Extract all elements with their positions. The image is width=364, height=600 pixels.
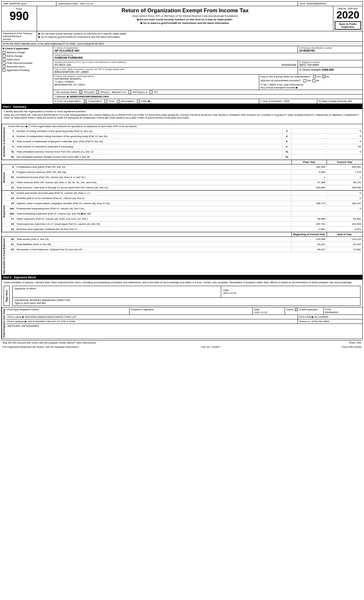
row-line-num2: 7a — [282, 150, 291, 154]
gov-line-7b: 7b Net unrelated business taxable income… — [6, 155, 362, 160]
checkbox-501c3[interactable] — [79, 91, 82, 94]
exp-row-label: Benefits paid to or for members (Part IX… — [15, 196, 291, 200]
website-label: J Website: ▶ — [54, 95, 69, 98]
row-num: 7a — [6, 150, 15, 154]
na-row-label: Net assets or fund balances. Subtract li… — [15, 247, 291, 252]
checkbox-yes-hb[interactable] — [303, 79, 306, 82]
row-line-num2: 7b — [282, 155, 291, 159]
part2-title: Signature Block — [14, 276, 36, 279]
checkbox-final-return[interactable] — [3, 62, 5, 65]
preparer-sig-value — [131, 311, 251, 314]
label-initial-return: Initial return — [6, 58, 20, 61]
checkbox-527[interactable] — [150, 91, 152, 94]
preparer-ptin-label: PTIN — [325, 308, 361, 311]
check-application-pending[interactable]: Application Pending — [3, 69, 52, 72]
exp-row-label: Total expenses. Add lines 13–17 (must eq… — [15, 222, 291, 226]
website-url: WWW.FANDOMFORWARD.ORG — [70, 95, 109, 98]
check-name-change[interactable]: Name change — [3, 55, 52, 57]
rev-row-current: 7,125 — [327, 170, 362, 174]
form-subtitle3: ▶ Go to www.irs.gov/Form990 for instruct… — [38, 22, 332, 25]
dept-row: Department of the Treasury Internal Reve… — [1, 31, 363, 42]
checkbox-other[interactable] — [137, 100, 140, 103]
website-row: J Website: ▶ WWW.FANDOMFORWARD.ORG — [53, 95, 362, 99]
signature-text: Under penalties of perjury, I declare th… — [4, 281, 360, 284]
exp-row-prior: 208,773 — [291, 201, 327, 205]
revenue-line-9: 9 Program service revenue (Part VIII, li… — [6, 170, 362, 175]
exp-row-label: Revenue less expenses. Subtract line 18 … — [15, 227, 291, 231]
form-title: Return of Organization Exempt From Incom… — [38, 7, 332, 14]
expense-line-13: 13 Grants and similar amounts paid (Part… — [6, 191, 362, 196]
checkbox-corp[interactable] — [84, 100, 87, 103]
revenue-line-11: 11 Other revenue (Part VIII, column (A),… — [6, 180, 362, 185]
check-amended-return[interactable]: Amended return — [3, 65, 52, 68]
preparer-sig-field: Preparer's signature — [130, 307, 253, 315]
year-formation-label: L Year of formation: — [261, 100, 283, 103]
part2-header: Part II Signature Block — [1, 275, 363, 280]
form-title-box: Return of Organization Exempt From Incom… — [37, 6, 333, 31]
checkbox-initial-return[interactable] — [3, 58, 5, 61]
label-amended-return: Amended return — [6, 65, 25, 68]
officer-address: 71 MILL STREET — [54, 80, 258, 83]
preparer-date-value: 2021-12-22 — [254, 311, 283, 314]
corp-option: Corporation — [83, 100, 102, 103]
row-prior — [291, 141, 327, 142]
label-name-change: Name change — [6, 55, 23, 57]
net-assets-label: Net Assets or Fund Balances — [2, 237, 6, 275]
firm-phone-label: Phone no. — [299, 320, 311, 323]
check-final-return[interactable]: Final return/terminated — [3, 62, 52, 65]
checkbox-4947[interactable] — [128, 91, 131, 94]
checkbox-no-ha[interactable] — [322, 75, 325, 78]
row-current: 4 — [327, 139, 362, 144]
exp-row-num: 13 — [6, 191, 15, 195]
name-title-label: Type or print name and title — [15, 302, 358, 305]
h-c-row: H(c) Group exemption number ▶ — [261, 86, 361, 89]
net-assets-section: Net Assets or Fund Balances 20 Total ass… — [1, 237, 363, 275]
paid-preparer-section: Paid Preparer Use Only Print/Type prepar… — [1, 307, 363, 339]
form-year-box: OMB No. 1545-0047 2020 Open to Public In… — [333, 6, 362, 31]
exp-row-num: 18 — [6, 222, 15, 226]
efile-label: efile GRAPHIC print — [2, 2, 56, 6]
checkbox-assoc[interactable] — [117, 100, 120, 103]
gov-line-4: 4 Number of independent voting members o… — [6, 134, 362, 139]
sign-row: Sign Here Signature of officer Date 2021… — [4, 286, 360, 306]
revenue-line-10: 10 Investment income (Part VIII, column … — [6, 175, 362, 180]
footer-section: May the IRS discuss this return with the… — [1, 340, 363, 349]
expense-line-17: 17 Other expenses (Part IX, column (A), … — [6, 216, 362, 222]
exp-row-num: 16b — [6, 212, 15, 216]
address-value-row: PO BOX 241 Room/suite — [54, 63, 296, 66]
city-field: City or town, state or province, country… — [53, 67, 298, 74]
checkbox-501c[interactable] — [96, 91, 99, 94]
checkbox-application-pending[interactable] — [3, 69, 5, 72]
check-initial-return[interactable]: Initial return — [3, 58, 52, 61]
checkbox-name-change[interactable] — [3, 55, 5, 57]
revenue-line-8: 8 Contributions and grants (Part VIII, l… — [6, 165, 362, 170]
row-label: Number of independent voting members of … — [15, 134, 282, 138]
check-address-change[interactable]: Address change — [3, 51, 52, 54]
row-label: Total number of volunteers (estimate if … — [15, 145, 282, 149]
footer-irs-text: May the IRS discuss this return with the… — [3, 341, 96, 344]
checkbox-self-employed[interactable] — [295, 308, 298, 311]
k-label: K Form of organization: — [54, 100, 81, 103]
revenue-line-12: 12 Total revenue—add lines 8 through 11 … — [6, 185, 362, 190]
preparer-ptin-field: PTIN P00364620 — [324, 307, 362, 315]
checkbox-trust[interactable] — [104, 100, 107, 103]
row-line-num2: 5 — [282, 139, 291, 144]
exp-row-num: 16a — [6, 206, 15, 211]
row-num: 5 — [6, 139, 15, 144]
part1-label: Part I — [3, 105, 11, 108]
gov-line-7a: 7a Total unrelated business revenue from… — [6, 149, 362, 155]
checkbox-yes-ha[interactable] — [313, 75, 316, 78]
checkbox-no-hb[interactable] — [312, 79, 315, 82]
top-bar: efile GRAPHIC print Submission Date - 20… — [1, 1, 363, 6]
gross-field: G Gross receipts $266,955 — [298, 67, 362, 74]
h-b-ans: Yes No — [303, 79, 320, 82]
checkbox-amended-return[interactable] — [3, 65, 5, 68]
na-col-spacer — [2, 232, 291, 236]
firm-name-field: Firm's name ▶ MOCERA HAMLIN ASSOCIATES C… — [6, 315, 298, 319]
rev-row-label: Total revenue—add lines 8 through 11 (mu… — [15, 185, 291, 190]
row-prior — [291, 146, 327, 147]
checkbox-address-change[interactable] — [3, 51, 5, 54]
address-field: Number and street (or P.O. box if mail i… — [53, 60, 298, 67]
mission-text: TAKE AN OUTSIDE-OF-THE-BOX APPROACH TO C… — [4, 114, 360, 119]
expenses-content: 13 Grants and similar amounts paid (Part… — [6, 191, 362, 232]
